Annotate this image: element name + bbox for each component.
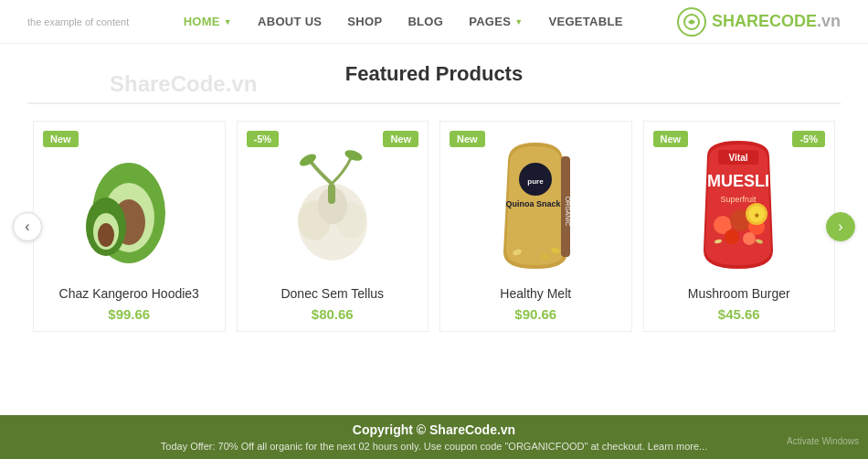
nav-blog[interactable]: BLOG (408, 15, 443, 28)
product-name: Healthy Melt (451, 286, 620, 301)
header-left: the example of content (27, 16, 129, 27)
section-title: Featured Products (27, 62, 841, 86)
product-image (249, 131, 418, 277)
product-image: pure Quinoa Snacks ORGANIC (451, 131, 620, 277)
product-name: Mushroom Burger (655, 286, 824, 301)
svg-rect-11 (328, 184, 335, 204)
svg-text:Quinoa Snacks: Quinoa Snacks (506, 199, 566, 208)
product-badge: New (450, 131, 485, 147)
product-card: New Chaz Kangeroo Hoodie3 $99.66 (33, 121, 226, 332)
product-image: Vital MUESLI Superfruit (655, 131, 824, 277)
main-nav: HOME ▼ ABOUT US SHOP BLOG PAGES ▼ VEGETA… (184, 15, 623, 28)
svg-point-20 (541, 254, 548, 260)
svg-point-30 (743, 232, 756, 245)
product-name: Chaz Kangeroo Hoodie3 (45, 286, 214, 301)
product-badge: -5% (247, 131, 280, 147)
main-content: ShareCode.vn Featured Products ‹ New Ch (0, 44, 868, 341)
svg-text:MUESLI: MUESLI (707, 172, 769, 190)
pages-arrow: ▼ (514, 17, 523, 27)
prev-button[interactable]: ‹ (13, 212, 42, 241)
header-logo-small: the example of content (27, 16, 129, 27)
logo: SHARECODE.vn (677, 7, 841, 37)
product-name: Donec Sem Tellus (249, 286, 418, 301)
product-badge-new: New (383, 131, 418, 147)
product-price: $90.66 (451, 306, 620, 322)
product-badge: New (653, 131, 689, 147)
product-price: $80.66 (249, 306, 418, 322)
svg-text:ORGANIC: ORGANIC (565, 196, 571, 226)
products-row: ‹ New Chaz Kangeroo Hoodie3 $99.66 (27, 121, 841, 332)
nav-about[interactable]: ABOUT US (258, 15, 322, 28)
product-badge-discount: -5% (792, 131, 825, 147)
next-button[interactable]: › (826, 212, 855, 241)
svg-point-6 (98, 223, 114, 247)
svg-text:★: ★ (754, 212, 760, 219)
svg-text:Vital: Vital (729, 153, 748, 163)
home-arrow: ▼ (224, 17, 232, 27)
product-image (45, 131, 214, 277)
activate-windows-label: Activate Windows (787, 436, 859, 446)
product-price: $99.66 (45, 306, 214, 322)
nav-vegetable[interactable]: VEGETABLE (548, 15, 622, 28)
footer-copyright: Copyright © ShareCode.vn (18, 422, 850, 437)
svg-text:pure: pure (528, 177, 545, 186)
product-card: New pure Quinoa Snacks ORGANIC (439, 121, 632, 332)
svg-point-29 (725, 230, 739, 244)
product-card: New -5% Vital MUESLI Superfruit (643, 121, 836, 332)
nav-home[interactable]: HOME ▼ (184, 15, 232, 28)
logo-icon (677, 7, 706, 37)
logo-text: SHARECODE.vn (712, 12, 841, 30)
nav-shop[interactable]: SHOP (347, 15, 382, 28)
product-card: -5% New Donec Sem Tellus (237, 121, 429, 332)
footer: Copyright © ShareCode.vn Today Offer: 70… (0, 415, 868, 459)
nav-pages[interactable]: PAGES ▼ (469, 15, 523, 28)
footer-offer: Today Offer: 70% Off all organic for the… (18, 441, 850, 452)
header: the example of content HOME ▼ ABOUT US S… (0, 0, 868, 44)
svg-point-13 (344, 148, 364, 163)
product-price: $45.66 (655, 306, 824, 322)
product-badge: New (43, 131, 79, 147)
svg-text:Superfruit: Superfruit (721, 195, 757, 204)
